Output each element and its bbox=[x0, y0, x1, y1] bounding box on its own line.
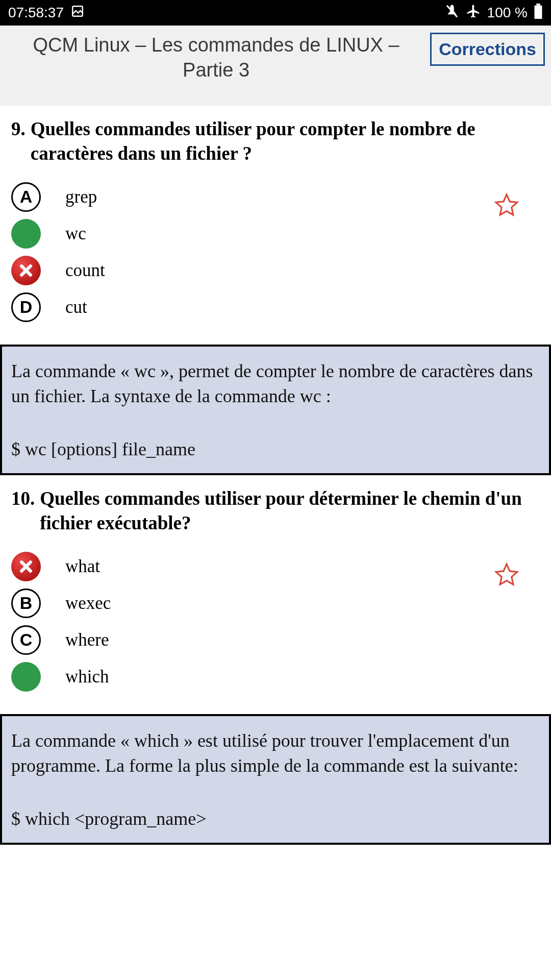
option-bubble: C bbox=[11, 625, 41, 655]
battery-text: 100 % bbox=[487, 5, 528, 21]
question-9: 9. Quelles commandes utiliser pour compt… bbox=[0, 106, 551, 335]
option-text: wc bbox=[65, 224, 86, 244]
option-bubble: B bbox=[11, 589, 41, 618]
question-number: 9. bbox=[11, 117, 26, 166]
option-bubble: D bbox=[11, 292, 41, 322]
explanation-text: La commande « wc », permet de compter le… bbox=[11, 359, 540, 408]
option-text: wexec bbox=[65, 593, 111, 614]
option-c[interactable]: count bbox=[11, 256, 540, 285]
explanation-text: La commande « which » est utilisé pour t… bbox=[11, 728, 540, 778]
options-list: what B wexec C where which bbox=[11, 552, 540, 692]
content-area: 9. Quelles commandes utiliser pour compt… bbox=[0, 106, 551, 845]
status-time: 07:58:37 bbox=[8, 5, 64, 21]
question-text: Quelles commandes utiliser pour détermin… bbox=[40, 486, 540, 535]
option-text: where bbox=[65, 630, 109, 650]
option-b[interactable]: B wexec bbox=[11, 589, 540, 618]
gallery-icon bbox=[71, 5, 84, 21]
favorite-star-icon[interactable] bbox=[494, 562, 519, 590]
option-b[interactable]: wc bbox=[11, 219, 540, 249]
svg-rect-3 bbox=[535, 5, 542, 18]
option-d[interactable]: which bbox=[11, 662, 540, 692]
battery-icon bbox=[534, 4, 543, 22]
option-text: what bbox=[65, 556, 100, 577]
option-text: cut bbox=[65, 297, 87, 317]
correct-icon bbox=[11, 662, 41, 692]
option-c[interactable]: C where bbox=[11, 625, 540, 655]
wrong-icon bbox=[11, 552, 41, 581]
option-a[interactable]: what bbox=[11, 552, 540, 581]
question-text: Quelles commandes utiliser pour compter … bbox=[31, 117, 540, 166]
explanation-box: La commande « which » est utilisé pour t… bbox=[0, 714, 551, 845]
option-a[interactable]: A grep bbox=[11, 182, 540, 212]
app-header: QCM Linux – Les commandes de LINUX – Par… bbox=[0, 26, 551, 106]
option-text: which bbox=[65, 667, 109, 687]
question-title: 10. Quelles commandes utiliser pour déte… bbox=[11, 486, 540, 535]
explanation-command: $ which <program_name> bbox=[11, 806, 540, 831]
question-number: 10. bbox=[11, 486, 35, 535]
wrong-icon bbox=[11, 256, 41, 285]
explanation-command: $ wc [options] file_name bbox=[11, 437, 540, 462]
mute-icon bbox=[444, 4, 460, 22]
option-text: count bbox=[65, 260, 105, 281]
corrections-button[interactable]: Corrections bbox=[430, 33, 545, 66]
question-10: 10. Quelles commandes utiliser pour déte… bbox=[0, 475, 551, 705]
option-bubble: A bbox=[11, 182, 41, 212]
airplane-icon bbox=[466, 4, 481, 22]
question-title: 9. Quelles commandes utiliser pour compt… bbox=[11, 117, 540, 166]
options-list: A grep wc count D cut bbox=[11, 182, 540, 322]
explanation-box: La commande « wc », permet de compter le… bbox=[0, 345, 551, 475]
correct-icon bbox=[11, 219, 41, 249]
status-bar: 07:58:37 100 % bbox=[0, 0, 551, 26]
favorite-star-icon[interactable] bbox=[494, 192, 519, 220]
option-text: grep bbox=[65, 187, 97, 207]
option-d[interactable]: D cut bbox=[11, 292, 540, 322]
svg-rect-2 bbox=[536, 4, 540, 6]
page-title: QCM Linux – Les commandes de LINUX – Par… bbox=[8, 33, 424, 83]
